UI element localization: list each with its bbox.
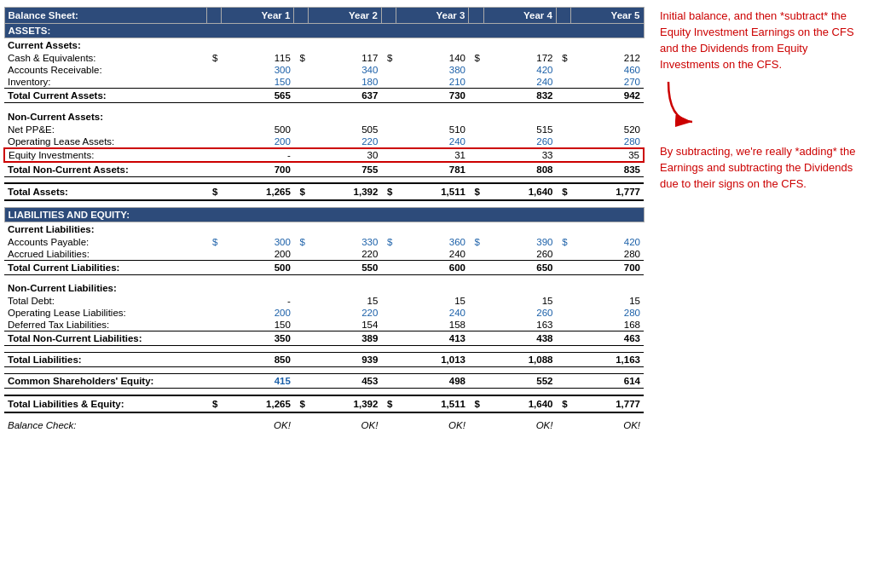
annotation-text-1: Initial balance, and then *subtract* the… [660,9,861,72]
ppe-row: Net PP&E: 500 505 510 515 520 [4,124,644,135]
ar-row: Accounts Receivable: 300 340 380 420 460 [4,64,644,76]
current-liabilities-header: Current Liabilities: [4,222,644,236]
non-current-liabilities-header: Non-Current Liabilities: [4,281,644,295]
lease-assets-row: Operating Lease Assets: 200 220 240 260 … [4,135,644,148]
accrued-liabilities-row: Accrued Liabilities: 200 220 240 260 280 [4,248,644,261]
spacer7 [4,389,644,395]
inventory-row: Inventory: 150 180 210 240 270 [4,76,644,89]
current-assets-header: Current Assets: [4,38,644,53]
spacer5 [4,346,644,353]
liabilities-equity-header: LIABILITIES AND EQUITY: [4,207,644,222]
spacer6 [4,367,644,374]
col-header-y1-dollar [206,8,221,24]
total-current-liabilities-row: Total Current Liabilities: 500 550 600 6… [4,260,644,274]
total-liabilities-row: Total Liabilities: 850 939 1,013 1,088 1… [4,353,644,367]
spacer2 [4,176,644,183]
total-debt-row: Total Debt: - 15 15 15 15 [4,295,644,307]
col-header-y2: Year 2 [309,8,381,24]
balance-check-row: Balance Check: OK! OK! OK! OK! OK! [4,419,644,431]
total-liabilities-equity-row: Total Liabilities & Equity: $ 1,265 $ 1,… [4,395,644,412]
total-assets-row: Total Assets: $ 1,265 $ 1,392 $ 1,511 $ … [4,183,644,200]
col-header-y2-dollar [294,8,309,24]
total-noncurrent-liabilities-row: Total Non-Current Liabilities: 350 389 4… [4,331,644,346]
total-current-assets-row: Total Current Assets: 565 637 730 832 94… [4,89,644,103]
cash-row: Cash & Equivalents: $ 115 $ 117 $ 140 $ … [4,52,644,64]
spacer8 [4,412,644,419]
ap-row: Accounts Payable: $ 300 $ 330 $ 360 $ 39… [4,236,644,248]
spacer1 [4,103,644,110]
red-arrow-icon [660,78,702,129]
balance-sheet-panel: Balance Sheet: Year 1 Year 2 Year 3 Year… [0,0,648,588]
col-header-y4: Year 4 [483,8,556,24]
col-header-y5-dollar [556,8,570,24]
col-header-y5: Year 5 [571,8,644,24]
table-header-row: Balance Sheet: Year 1 Year 2 Year 3 Year… [4,8,644,24]
deferred-tax-row: Deferred Tax Liabilities: 150 154 158 16… [4,319,644,331]
shareholders-equity-row: Common Shareholders' Equity: 415 453 498… [4,374,644,389]
lease-liabilities-row: Operating Lease Liabilities: 200 220 240… [4,307,644,319]
spacer4 [4,274,644,281]
annotation-block-2: By subtracting, we're really *adding* th… [660,144,861,193]
col-header-y3: Year 3 [396,8,468,24]
annotation-block-1: Initial balance, and then *subtract* the… [660,9,861,129]
spacer3 [4,200,644,207]
balance-sheet-table: Balance Sheet: Year 1 Year 2 Year 3 Year… [3,7,645,431]
total-noncurrent-assets-row: Total Non-Current Assets: 700 755 781 80… [4,162,644,177]
annotation-text-2: By subtracting, we're really *adding* th… [660,144,861,193]
col-header-y3-dollar [381,8,396,24]
annotation-panel: Initial balance, and then *subtract* the… [648,0,873,588]
col-header-label: Balance Sheet: [4,8,206,24]
non-current-assets-header: Non-Current Assets: [4,110,644,124]
assets-header: ASSETS: [4,24,644,38]
col-header-y4-dollar [469,8,483,24]
col-header-y1: Year 1 [221,8,293,24]
equity-investments-row: Equity Investments: - 30 31 33 35 [4,148,644,162]
